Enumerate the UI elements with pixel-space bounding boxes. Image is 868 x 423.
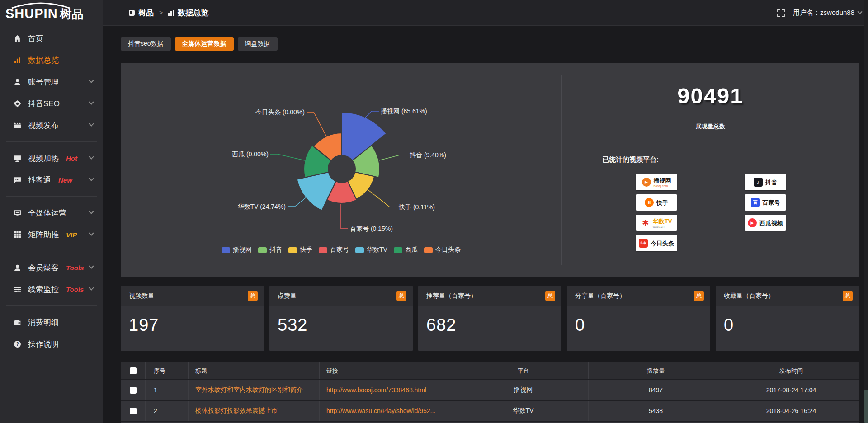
sidebar-item-label: 抖客通 <box>28 175 51 185</box>
stat-card-value: 0 <box>567 306 710 335</box>
user-icon <box>14 264 21 272</box>
sidebar-item-douyin-seo[interactable]: 抖音SEO <box>0 93 103 114</box>
label-line-百家号 <box>341 204 348 229</box>
platform-name: 抖音 <box>765 179 777 186</box>
slice-label-今日头条: 今日头条 (0.00%) <box>255 108 305 116</box>
platform-name: 华数TV <box>653 218 672 225</box>
stat-card-title: 点赞量 <box>278 292 297 300</box>
chevron-down-icon <box>89 99 94 104</box>
total-badge[interactable]: 总 <box>694 291 704 301</box>
cell-title: 室外水纹灯和室内水纹灯的区别和简介 <box>189 380 320 400</box>
sidebar-item-member-baoke[interactable]: 会员爆客Tools <box>0 257 103 278</box>
legend-item-西瓜[interactable]: 西瓜 <box>394 246 418 254</box>
platforms-title: 已统计的视频平台: <box>602 155 659 164</box>
chevron-down-icon <box>89 230 94 235</box>
platform-logo-icon: 头条 <box>639 239 648 248</box>
grid-icon <box>14 231 21 239</box>
sidebar-item-badge: VIP <box>66 231 77 239</box>
sidebar-item-label: 账号管理 <box>28 77 59 87</box>
label-line-今日头条 <box>307 112 326 136</box>
sidebar-item-consumption-detail[interactable]: 消费明细 <box>0 311 103 333</box>
tab-1[interactable]: 全媒体运营数据 <box>175 37 234 51</box>
video-url-link[interactable]: http://www.wasu.cn/Play/show/id/952... <box>326 407 435 414</box>
tab-0[interactable]: 抖音seo数据 <box>121 37 171 51</box>
legend-item-百家号[interactable]: 百家号 <box>319 246 349 254</box>
sidebar-item-video-publish[interactable]: 视频发布 <box>0 114 103 136</box>
sidebar-divider <box>6 306 97 306</box>
platform-logo-icon: ▶ <box>748 218 757 227</box>
sidebar-item-instructions[interactable]: ?操作说明 <box>0 333 103 355</box>
cell-link: http://www.boosj.com/7338468.html <box>320 380 458 400</box>
sidebar-item-label: 矩阵助推 <box>28 230 59 240</box>
slice-label-华数TV: 华数TV (24.74%) <box>237 203 286 210</box>
sidebar-item-matrix-boost[interactable]: 矩阵助推VIP <box>0 224 103 245</box>
svg-text:?: ? <box>16 342 19 347</box>
chevron-down-icon <box>89 78 94 83</box>
platform-badge-播视网: ▶播视网boosj.com <box>636 174 677 190</box>
table-row-1: 1室外水纹灯和室内水纹灯的区别和简介http://www.boosj.com/7… <box>121 379 859 400</box>
legend-swatch <box>319 247 327 253</box>
chevron-down-icon <box>89 285 94 290</box>
total-badge[interactable]: 总 <box>545 291 555 301</box>
platform-text: 西瓜视频 <box>760 219 783 227</box>
legend-item-播视网[interactable]: 播视网 <box>222 246 252 254</box>
total-badge[interactable]: 总 <box>843 291 853 301</box>
scrollbar-thumb[interactable] <box>864 390 868 423</box>
checkbox[interactable] <box>130 408 137 414</box>
platform-name: 快手 <box>656 199 668 206</box>
legend-item-今日头条[interactable]: 今日头条 <box>424 246 461 254</box>
video-title-link[interactable]: 楼体投影灯投影效果震撼上市 <box>195 407 278 415</box>
tab-2[interactable]: 询盘数据 <box>238 37 278 51</box>
stat-card-1: 点赞量总532 <box>269 286 413 351</box>
videos-table: 序号标题链接平台播放量发布时间1室外水纹灯和室内水纹灯的区别和简介http://… <box>121 362 859 423</box>
platform-name: 播视网 <box>654 177 671 184</box>
sidebar-item-home[interactable]: 首页 <box>0 28 103 49</box>
scrollbar <box>864 0 868 423</box>
sidebar-item-label: 抖音SEO <box>28 99 60 109</box>
legend-item-抖音[interactable]: 抖音 <box>258 246 282 254</box>
legend-item-快手[interactable]: 快手 <box>288 246 312 254</box>
sidebar-item-video-heat[interactable]: 视频加热Hot <box>0 147 103 169</box>
sidebar-item-clue-monitor[interactable]: 线索监控Tools <box>0 278 103 300</box>
platform-text: 快手 <box>656 198 668 207</box>
chart-mini-icon <box>168 10 174 16</box>
sliders-icon <box>14 286 21 293</box>
video-url-link[interactable]: http://www.boosj.com/7338468.html <box>326 386 426 394</box>
username-label: 用户名：zswodun88 <box>793 9 854 17</box>
legend-label: 今日头条 <box>435 246 461 254</box>
checkbox[interactable] <box>130 387 137 394</box>
app-logo[interactable]: SHUPIN树品 <box>0 0 103 24</box>
stat-card-header: 推荐量（百家号）总 <box>418 286 561 306</box>
total-badge[interactable]: 总 <box>248 291 258 301</box>
total-badge[interactable]: 总 <box>396 291 406 301</box>
stat-card-0: 视频数量总197 <box>121 286 264 351</box>
fullscreen-icon[interactable] <box>777 9 785 17</box>
overview-panel: 播视网 (65.61%)抖音 (9.40%)快手 (0.11%)百家号 (0.1… <box>121 63 859 277</box>
platform-name: 百家号 <box>763 199 780 206</box>
sidebar-item-douketong[interactable]: 抖客通New <box>0 169 103 191</box>
sidebar-item-label: 数据总览 <box>28 55 59 66</box>
sidebar-item-data-overview[interactable]: 数据总览 <box>0 49 103 71</box>
cell-time: 2017-08-24 17:04 <box>723 380 859 400</box>
breadcrumb-root[interactable]: 树品 <box>138 8 154 18</box>
platform-badge-华数TV: ✱华数TVwasu.cn <box>636 215 677 231</box>
sidebar-item-label: 操作说明 <box>28 339 59 349</box>
platform-badge-百家号: 百百家号 <box>745 194 786 211</box>
sidebar-item-media-ops[interactable]: 全媒体运营 <box>0 202 103 224</box>
cell-plays: 5438 <box>589 401 723 421</box>
data-tabs: 抖音seo数据全媒体运营数据询盘数据 <box>121 37 278 51</box>
topbar-right: 用户名：zswodun88 <box>777 9 868 17</box>
user-menu[interactable]: 用户名：zswodun88 <box>793 9 862 17</box>
stat-card-title: 视频数量 <box>129 292 154 300</box>
sidebar-item-label: 消费明细 <box>28 317 59 328</box>
sidebar-item-account-manage[interactable]: 账号管理 <box>0 71 103 93</box>
video-title-link[interactable]: 室外水纹灯和室内水纹灯的区别和简介 <box>195 386 303 394</box>
header-cell-4: 播放量 <box>589 362 723 379</box>
legend-item-华数TV[interactable]: 华数TV <box>355 246 387 254</box>
pie-slice-华数TV[interactable] <box>297 172 336 211</box>
checkbox[interactable] <box>130 367 137 374</box>
slice-label-百家号: 百家号 (0.15%) <box>350 225 393 232</box>
chevron-down-icon <box>89 154 94 159</box>
chart-icon <box>14 56 21 64</box>
logo-text-cn: 树品 <box>60 7 84 21</box>
